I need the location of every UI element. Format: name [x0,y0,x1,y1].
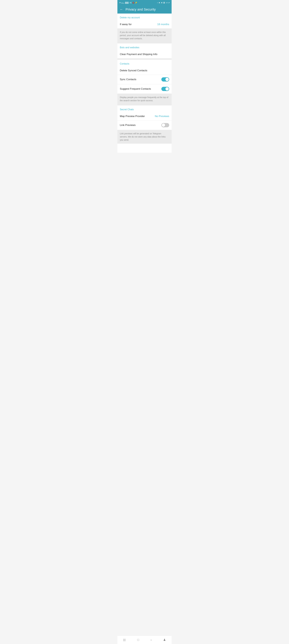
key-icon: 🔑 [135,2,137,4]
contacts-info: Display people you message frequently at… [117,94,172,104]
divider-3 [117,104,172,106]
list-item-link-previews[interactable]: Link Previews [117,120,172,130]
link-previews-label: Link Previews [120,124,136,127]
page-title: Privacy and Security [126,8,156,12]
list-item-suggest-frequent-contacts[interactable]: Suggest Frequent Contacts [117,84,172,94]
battery-icon: ۴۴درصد [119,2,125,4]
nav-recent-apps-icon[interactable]: ||| [121,638,128,642]
back-button[interactable]: ← [120,8,123,11]
section-secret-chats: Secret Chats [117,106,172,112]
navigation-bar: ||| □ › ♟ [117,636,172,644]
section-title-secret-chats: Secret Chats [120,108,134,111]
list-item-map-preview-provider[interactable]: Map Preview Provider No Previews [117,112,172,120]
secret-chats-info: Link previews will be generated on Teleg… [117,130,172,144]
section-title-delete-account: Delete my account [120,16,140,19]
list-item-away-for[interactable]: If away for 18 months [117,20,172,28]
section-bots-websites: Bots and websites [117,44,172,50]
link-previews-toggle[interactable] [161,123,169,127]
section-contacts: Contacts [117,60,172,66]
nav-home-icon[interactable]: □ [135,638,141,642]
status-bar-left: ۴۴درصد ▌▌▌ 4G 🔇 🔑 [119,2,137,4]
status-bar: ۴۴درصد ▌▌▌ 4G 🔇 🔑 • ✕ ✕ 🖼 ۱۲:۱۴ [117,0,172,6]
time-display: ۱۲:۱۴ [166,2,170,4]
nav-accessibility-icon[interactable]: ♟ [161,638,168,642]
away-for-value: 18 months [157,23,169,26]
page-header: ← Privacy and Security [117,6,172,14]
status-bar-right: • ✕ ✕ 🖼 ۱۲:۱۴ [157,2,170,4]
section-title-bots-websites: Bots and websites [120,46,139,49]
contacts-info-text: Display people you message frequently at… [120,96,168,102]
sync-contacts-label: Sync Contacts [120,78,136,81]
divider-1 [117,42,172,44]
map-preview-provider-label: Map Preview Provider [120,115,145,118]
bottom-spacer [117,144,172,153]
delete-account-info: If you do not come online at least once … [117,28,172,42]
map-preview-provider-value: No Previews [155,115,169,118]
mute-icon: 🔇 [132,2,134,4]
network-type: 4G [129,2,132,4]
list-item-sync-contacts[interactable]: Sync Contacts [117,75,172,84]
clear-payment-label: Clear Payment and Shipping Info [120,53,157,56]
delete-account-info-text: If you do not come online at least once … [120,31,166,40]
sync-contacts-toggle[interactable] [161,77,169,82]
notification-dot: • [157,2,158,4]
section-delete-account: Delete my account [117,14,172,20]
divider-2 [117,58,172,60]
section-title-contacts: Contacts [120,62,129,65]
close-icon-2: ✕ [161,2,163,4]
secret-chats-info-text: Link previews will be generated on Teleg… [120,132,166,141]
suggest-frequent-contacts-toggle[interactable] [161,87,169,91]
delete-synced-contacts-label: Delete Synced Contacts [120,69,147,72]
nav-back-icon[interactable]: › [148,638,154,642]
close-icon-1: ✕ [158,2,160,4]
list-item-clear-payment[interactable]: Clear Payment and Shipping Info [117,50,172,58]
list-item-delete-synced-contacts[interactable]: Delete Synced Contacts [117,66,172,75]
suggest-frequent-contacts-label: Suggest Frequent Contacts [120,88,151,90]
main-content: Delete my account If away for 18 months … [117,14,172,153]
image-icon: 🖼 [163,2,165,4]
away-for-label: If away for [120,23,132,26]
signal-icon: ▌▌▌ [125,2,129,4]
